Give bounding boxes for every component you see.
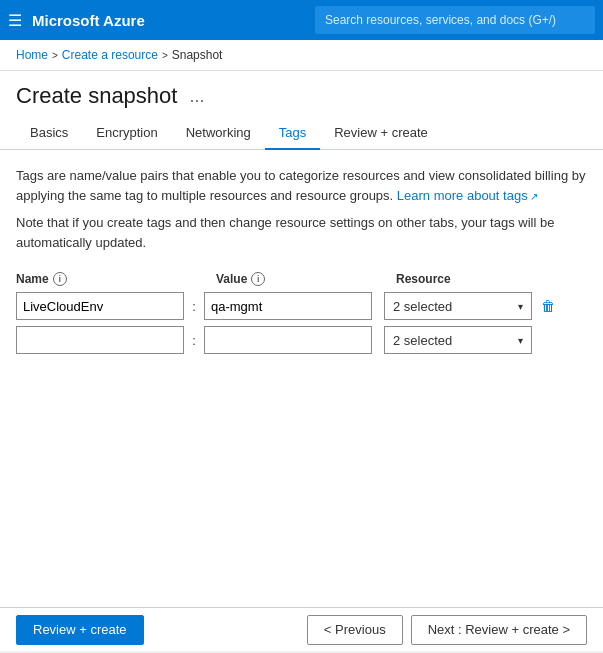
name-info-icon[interactable]: i: [53, 272, 67, 286]
delete-row1-button[interactable]: 🗑: [536, 294, 560, 318]
breadcrumb-current: Snapshot: [172, 48, 223, 62]
breadcrumb: Home > Create a resource > Snapshot: [0, 40, 603, 71]
col-header-value: Value i: [216, 272, 396, 286]
page-header: Create snapshot ...: [0, 71, 603, 117]
breadcrumb-home[interactable]: Home: [16, 48, 48, 62]
next-button[interactable]: Next : Review + create >: [411, 615, 587, 645]
nav-buttons: < Previous Next : Review + create >: [307, 615, 587, 645]
tab-tags[interactable]: Tags: [265, 117, 320, 150]
review-create-button[interactable]: Review + create: [16, 615, 144, 645]
row2-separator: :: [184, 333, 204, 348]
previous-button[interactable]: < Previous: [307, 615, 403, 645]
name-input-row1[interactable]: [16, 292, 184, 320]
topbar: ☰ Microsoft Azure: [0, 0, 603, 40]
azure-logo: Microsoft Azure: [32, 12, 145, 29]
description-text: Tags are name/value pairs that enable yo…: [16, 166, 587, 205]
col-header-name: Name i: [16, 272, 196, 286]
content-area: Tags are name/value pairs that enable yo…: [0, 150, 603, 607]
global-search-input[interactable]: [315, 6, 595, 34]
page-menu-icon[interactable]: ...: [189, 86, 204, 107]
value-input-row1[interactable]: [204, 292, 372, 320]
value-info-icon[interactable]: i: [251, 272, 265, 286]
resource-dropdown-row1[interactable]: 2 selected ▾: [384, 292, 532, 320]
row1-separator: :: [184, 299, 204, 314]
table-row: : 2 selected ▾: [16, 326, 587, 354]
tags-table: Name i Value i Resource : 2 selected ▾: [16, 268, 587, 354]
note-text: Note that if you create tags and then ch…: [16, 213, 587, 252]
tab-encryption[interactable]: Encryption: [82, 117, 171, 150]
breadcrumb-create-resource[interactable]: Create a resource: [62, 48, 158, 62]
hamburger-icon[interactable]: ☰: [8, 11, 22, 30]
tab-basics[interactable]: Basics: [16, 117, 82, 150]
tab-review-create[interactable]: Review + create: [320, 117, 442, 150]
breadcrumb-sep-1: >: [52, 50, 58, 61]
name-input-row2[interactable]: [16, 326, 184, 354]
resource-dropdown-row2[interactable]: 2 selected ▾: [384, 326, 532, 354]
col-header-resource: Resource: [396, 272, 587, 286]
chevron-down-icon: ▾: [518, 335, 523, 346]
value-input-row2[interactable]: [204, 326, 372, 354]
tab-networking[interactable]: Networking: [172, 117, 265, 150]
table-row: : 2 selected ▾ 🗑: [16, 292, 587, 320]
chevron-down-icon: ▾: [518, 301, 523, 312]
tabs-bar: Basics Encryption Networking Tags Review…: [0, 117, 603, 150]
footer: Review + create < Previous Next : Review…: [0, 607, 603, 651]
main-content: Create snapshot ... Basics Encryption Ne…: [0, 71, 603, 651]
page-title: Create snapshot: [16, 83, 177, 109]
learn-more-link[interactable]: Learn more about tags: [397, 188, 539, 203]
tags-header-row: Name i Value i Resource: [16, 268, 587, 292]
breadcrumb-sep-2: >: [162, 50, 168, 61]
